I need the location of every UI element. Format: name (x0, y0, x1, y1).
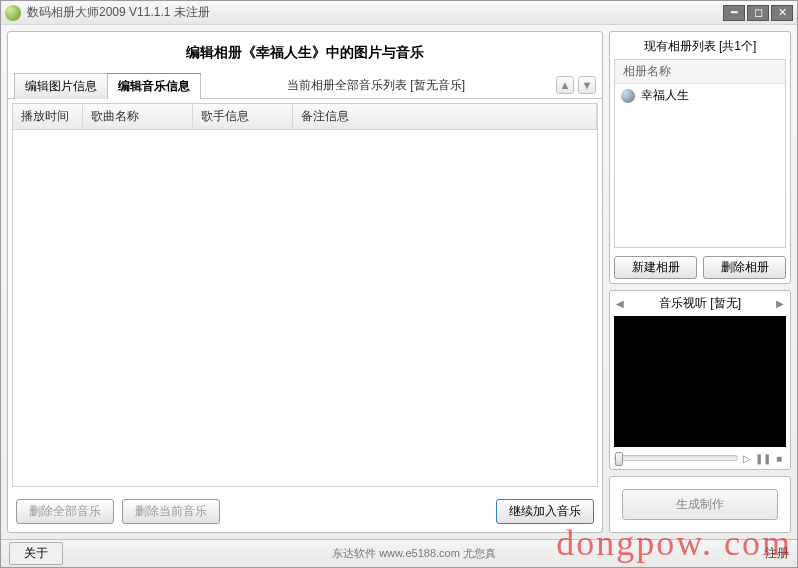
col-song-title[interactable]: 歌曲名称 (83, 104, 193, 129)
footer: 关于 东达软件 www.e5188.com 尤您真 注册 (1, 539, 797, 567)
move-up-button[interactable]: ▲ (556, 76, 574, 94)
tab-edit-pictures[interactable]: 编辑图片信息 (14, 73, 108, 99)
col-play-time[interactable]: 播放时间 (13, 104, 83, 129)
music-list-header: 播放时间 歌曲名称 歌手信息 备注信息 (13, 104, 597, 130)
delete-all-music-button[interactable]: 删除全部音乐 (16, 499, 114, 524)
pause-button[interactable]: ❚❚ (756, 451, 770, 465)
stop-button[interactable]: ■ (772, 451, 786, 465)
preview-screen (614, 316, 786, 447)
main-panel: 编辑相册《幸福人生》中的图片与音乐 编辑图片信息 编辑音乐信息 当前相册全部音乐… (7, 31, 603, 533)
album-list[interactable]: 相册名称 幸福人生 (614, 59, 786, 248)
tab-row: 编辑图片信息 编辑音乐信息 当前相册全部音乐列表 [暂无音乐] ▲ ▼ (8, 72, 602, 99)
move-down-button[interactable]: ▼ (578, 76, 596, 94)
app-window: 数码相册大师2009 V11.1.1 未注册 ━ ◻ ✕ 编辑相册《幸福人生》中… (0, 0, 798, 568)
window-title: 数码相册大师2009 V11.1.1 未注册 (27, 4, 721, 21)
preview-box: ◀ 音乐视听 [暂无] ▶ ▷ ❚❚ ■ (609, 290, 791, 470)
music-list: 播放时间 歌曲名称 歌手信息 备注信息 (12, 103, 598, 487)
footer-text: 东达软件 www.e5188.com 尤您真 (71, 546, 757, 561)
generate-button[interactable]: 生成制作 (622, 489, 778, 520)
prev-track-button[interactable]: ◀ (616, 298, 624, 309)
preview-title: 音乐视听 [暂无] (659, 295, 741, 312)
album-list-box: 现有相册列表 [共1个] 相册名称 幸福人生 新建相册 删除相册 (609, 31, 791, 284)
album-item[interactable]: 幸福人生 (615, 84, 785, 107)
add-music-button[interactable]: 继续加入音乐 (496, 499, 594, 524)
tab-edit-music[interactable]: 编辑音乐信息 (107, 73, 201, 99)
maximize-button[interactable]: ◻ (747, 5, 769, 21)
album-list-header: 相册名称 (615, 60, 785, 84)
seek-slider[interactable] (614, 455, 738, 461)
album-buttons: 新建相册 删除相册 (610, 252, 790, 283)
titlebar: 数码相册大师2009 V11.1.1 未注册 ━ ◻ ✕ (1, 1, 797, 25)
next-track-button[interactable]: ▶ (776, 298, 784, 309)
client-area: 编辑相册《幸福人生》中的图片与音乐 编辑图片信息 编辑音乐信息 当前相册全部音乐… (1, 25, 797, 539)
delete-album-button[interactable]: 删除相册 (703, 256, 786, 279)
album-icon (621, 89, 635, 103)
music-list-body[interactable] (13, 130, 597, 486)
album-item-label: 幸福人生 (641, 87, 689, 104)
player-bar: ▷ ❚❚ ■ (610, 451, 790, 469)
new-album-button[interactable]: 新建相册 (614, 256, 697, 279)
play-button[interactable]: ▷ (740, 451, 754, 465)
col-memo[interactable]: 备注信息 (293, 104, 597, 129)
col-singer[interactable]: 歌手信息 (193, 104, 293, 129)
preview-title-row: ◀ 音乐视听 [暂无] ▶ (610, 291, 790, 316)
music-list-status: 当前相册全部音乐列表 [暂无音乐] (200, 73, 552, 98)
delete-current-music-button[interactable]: 删除当前音乐 (122, 499, 220, 524)
album-list-title: 现有相册列表 [共1个] (610, 32, 790, 59)
side-panel: 现有相册列表 [共1个] 相册名称 幸福人生 新建相册 删除相册 ◀ 音乐视听 … (609, 31, 791, 533)
minimize-button[interactable]: ━ (723, 5, 745, 21)
seek-thumb[interactable] (615, 452, 623, 466)
generate-box: 生成制作 (609, 476, 791, 533)
main-buttons: 删除全部音乐 删除当前音乐 继续加入音乐 (8, 491, 602, 532)
register-link[interactable]: 注册 (765, 545, 789, 562)
about-button[interactable]: 关于 (9, 542, 63, 565)
close-button[interactable]: ✕ (771, 5, 793, 21)
app-icon (5, 5, 21, 21)
main-header: 编辑相册《幸福人生》中的图片与音乐 (8, 32, 602, 72)
